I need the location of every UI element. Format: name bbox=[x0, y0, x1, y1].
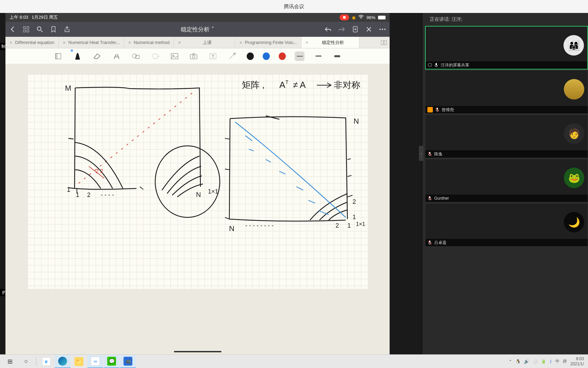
back-icon[interactable] bbox=[9, 26, 16, 33]
tab-stability-analysis[interactable]: ×稳定性分析 bbox=[301, 37, 359, 48]
tray-battery-icon[interactable]: 🔋 bbox=[541, 359, 546, 364]
participant-name: 陈逸 bbox=[434, 151, 442, 157]
add-page-icon[interactable] bbox=[352, 26, 359, 33]
highlighter-tool-icon[interactable] bbox=[111, 51, 122, 62]
camera-tool-icon[interactable] bbox=[189, 51, 199, 62]
participant-name: 汪洋的屏幕共享 bbox=[441, 62, 469, 68]
close-icon[interactable]: × bbox=[239, 40, 242, 45]
tray-qq-icon[interactable]: 🐧 bbox=[516, 359, 521, 364]
cortana-button[interactable]: ○ bbox=[18, 355, 34, 368]
note-canvas[interactable]: 矩阵 , A T ≠ A 非对称 M 1 1 2 - - - - bbox=[5, 64, 390, 354]
mic-muted-icon bbox=[435, 107, 440, 112]
close-icon[interactable]: × bbox=[178, 40, 181, 45]
participant-tile[interactable]: 曾维尧 bbox=[425, 70, 588, 114]
color-black[interactable] bbox=[247, 52, 254, 60]
participant-name: Gunther bbox=[434, 196, 449, 201]
tab-numerical-method[interactable]: ×Numerical method bbox=[124, 37, 174, 48]
svg-text:M: M bbox=[65, 84, 71, 92]
stroke-thin[interactable] bbox=[295, 51, 305, 61]
tray-network-icon[interactable]: ⚪ bbox=[533, 359, 538, 364]
shape-tool-icon[interactable] bbox=[130, 51, 141, 62]
taskbar-tencent-meeting[interactable]: 📹 bbox=[120, 355, 136, 368]
svg-text:-  -   -  -   -  -  - -: - - - - - - - - bbox=[245, 222, 274, 229]
tray-volume-icon[interactable]: 🔊 bbox=[524, 359, 529, 364]
tray-bluetooth-icon[interactable]: ᛒ bbox=[550, 359, 552, 364]
svg-point-5 bbox=[37, 27, 41, 31]
svg-text:2: 2 bbox=[336, 222, 339, 229]
taskbar-wechat[interactable]: 💬 bbox=[104, 355, 119, 368]
collapse-panel-button[interactable]: › bbox=[419, 146, 424, 161]
eraser-tool-icon[interactable] bbox=[92, 51, 102, 62]
svg-text:1: 1 bbox=[67, 186, 70, 193]
taskbar-baidu-netdisk[interactable]: ∞ bbox=[87, 355, 103, 368]
lasso-tool-icon[interactable] bbox=[150, 51, 160, 62]
avatar bbox=[564, 79, 584, 99]
window-title-bar: 腾讯会议 bbox=[0, 0, 588, 13]
tray-ime-mode[interactable]: 拼 bbox=[563, 358, 567, 364]
close-icon[interactable]: × bbox=[306, 40, 308, 45]
participant-tile[interactable]: 👨‍👩‍👧 🖵 汪洋的屏幕共享 bbox=[425, 26, 588, 70]
battery-pct: 96% bbox=[366, 15, 375, 20]
tab-shangke[interactable]: ×上课 bbox=[174, 37, 235, 48]
participant-tile[interactable]: 🧑 陈逸 bbox=[425, 114, 588, 158]
svg-rect-2 bbox=[27, 27, 29, 29]
svg-point-33 bbox=[155, 146, 220, 217]
text-tool-icon[interactable]: T bbox=[208, 51, 218, 62]
taskbar-ie[interactable]: e bbox=[38, 355, 54, 368]
close-icon[interactable] bbox=[365, 26, 373, 33]
system-tray: ⌃ 🐧 🔊 ⚪ 🔋 ᛒ 中 拼 8:03 2021/1/ bbox=[509, 356, 586, 366]
tray-chevron-icon[interactable]: ⌃ bbox=[509, 359, 512, 364]
more-icon[interactable] bbox=[379, 26, 386, 33]
tray-clock[interactable]: 8:03 2021/1/ bbox=[570, 356, 584, 366]
image-tool-icon[interactable] bbox=[169, 51, 180, 62]
search-icon[interactable] bbox=[36, 26, 44, 33]
svg-text:2 2: 2 2 bbox=[96, 168, 103, 174]
svg-point-16 bbox=[152, 54, 158, 59]
stroke-thick[interactable] bbox=[332, 51, 342, 61]
svg-text:≠ A: ≠ A bbox=[293, 80, 306, 90]
color-blue[interactable] bbox=[263, 52, 270, 60]
svg-rect-17 bbox=[171, 53, 178, 59]
document-title[interactable]: 稳定性分析 ˅ bbox=[77, 26, 318, 33]
participant-tile[interactable]: 🌙 吕卓遥 bbox=[425, 203, 588, 247]
stroke-medium[interactable] bbox=[313, 51, 323, 61]
color-red[interactable] bbox=[279, 52, 286, 60]
redo-icon[interactable] bbox=[338, 26, 345, 33]
split-view-icon[interactable] bbox=[378, 37, 390, 48]
host-badge-icon bbox=[427, 107, 433, 112]
tab-programming-fv[interactable]: ×Programming Finite Volu... bbox=[235, 37, 301, 48]
participant-name: 曾维尧 bbox=[442, 107, 454, 113]
screen-share-icon: 🖵 bbox=[428, 63, 432, 67]
close-icon[interactable]: × bbox=[10, 40, 12, 45]
tab-numerical-heat[interactable]: ×Numerical Heat Transfer... bbox=[59, 37, 124, 48]
start-button[interactable]: ⊞ bbox=[2, 355, 18, 368]
svg-text:T: T bbox=[212, 54, 215, 59]
svg-rect-4 bbox=[27, 30, 29, 32]
svg-rect-45 bbox=[436, 63, 437, 65]
tab-differential-equation[interactable]: ×Differential equation bbox=[5, 37, 59, 48]
tray-ime-lang[interactable]: 中 bbox=[555, 358, 559, 364]
svg-rect-10 bbox=[381, 41, 383, 45]
undo-icon[interactable] bbox=[324, 26, 332, 33]
laser-tool-icon[interactable] bbox=[227, 51, 238, 62]
taskbar-explorer[interactable]: 📁 bbox=[71, 355, 87, 368]
window-title: 腾讯会议 bbox=[284, 3, 304, 10]
svg-point-9 bbox=[384, 29, 386, 30]
share-icon[interactable] bbox=[63, 26, 71, 33]
avatar: 🐸 bbox=[564, 168, 584, 188]
participant-tile[interactable]: 🐸 Gunther bbox=[425, 159, 588, 202]
separator bbox=[36, 357, 36, 366]
svg-text:1: 1 bbox=[353, 214, 356, 220]
grid-icon[interactable] bbox=[22, 26, 30, 33]
mic-icon bbox=[434, 63, 439, 67]
close-icon[interactable]: × bbox=[128, 40, 131, 45]
page-view-icon[interactable] bbox=[53, 51, 64, 62]
pen-tool-icon[interactable]: ✱ bbox=[72, 51, 83, 62]
bookmark-icon[interactable] bbox=[50, 26, 57, 33]
close-icon[interactable]: × bbox=[63, 40, 66, 45]
svg-text:N: N bbox=[354, 117, 359, 125]
taskbar-edge[interactable] bbox=[55, 355, 70, 368]
app-toolbar: 稳定性分析 ˅ bbox=[5, 22, 390, 37]
svg-rect-13 bbox=[55, 53, 58, 59]
svg-rect-3 bbox=[23, 30, 26, 32]
